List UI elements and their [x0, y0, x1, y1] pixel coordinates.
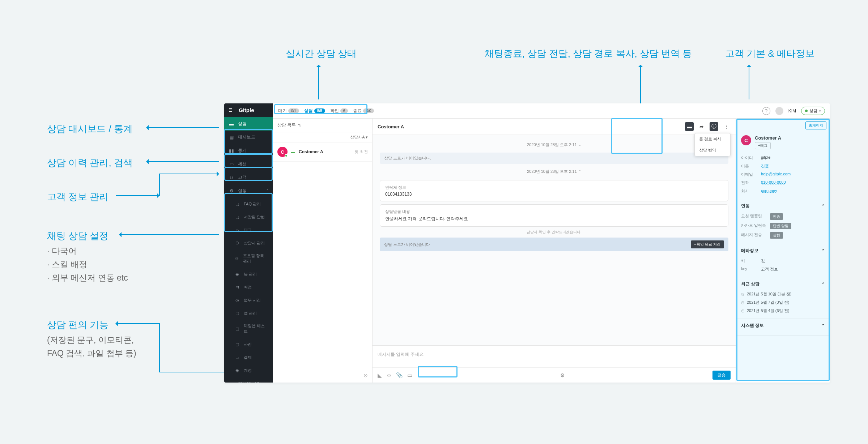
customer-avatar: C	[277, 147, 288, 157]
book-icon[interactable]: ▭	[407, 372, 412, 379]
attach-icon[interactable]: 📎	[396, 372, 403, 379]
forward-button[interactable]: ➦	[697, 122, 706, 131]
conversation-item[interactable]: C ▬ Costomer A 몇 초 전	[273, 142, 372, 162]
arrow-icon	[146, 127, 219, 128]
recent-item[interactable]: ◷2021년 5월 7일 (3일 전)	[741, 298, 825, 307]
send-message-button[interactable]: 실행	[770, 232, 783, 239]
chevron-up-icon[interactable]: ⌃	[821, 323, 825, 328]
message-input[interactable]: 메시지를 입력해 주세요.	[373, 346, 736, 367]
stats-icon: ▮▮	[229, 148, 234, 154]
recent-item[interactable]: ◷2021년 5월 10일 (1분 전)	[741, 290, 825, 298]
chevron-up-icon[interactable]: ⌃	[821, 248, 825, 253]
body: 상담 목록 ⇅ 상담사A ▾ C ▬ Costomer A 몇 초 전 ⊙	[273, 119, 830, 383]
sidebar-item-customer[interactable]: ⚇ 고객	[224, 171, 273, 184]
chevron-up-icon[interactable]: ⌃	[821, 282, 825, 287]
tab-end[interactable]: 종료 0/0	[353, 108, 374, 114]
app-window: ☰ Gitple ▬ 상담 ▦ 대시보드 ▮▮ 통계 ▭ 세션 ⚇ 고객 ⚙ 설…	[224, 103, 830, 383]
sidebar-item-saved[interactable]: ▢ 저장된 답변	[224, 210, 273, 223]
tab-waiting[interactable]: 대기 0/1	[278, 108, 299, 114]
sidebar-item-dashboard[interactable]: ▦ 대시보드	[224, 131, 273, 144]
customer-detail-panel: 홈페이지 C Costomer A +태그 아이디gitple 이름깃플 이메일…	[736, 119, 830, 383]
copy-room-path[interactable]: 룸 경로 복사	[695, 133, 730, 145]
sort-icon[interactable]: ⇅	[298, 123, 301, 127]
hamburger-icon[interactable]: ☰	[229, 108, 235, 113]
sidebar-item-tag[interactable]: ◇ 태그	[224, 223, 273, 236]
send-button[interactable]: 전송	[712, 371, 731, 380]
header: 대기 0/1 상담 5/5 확인 6 종료 0/0 ?	[273, 103, 830, 119]
message-card: 상담받을 내용 안녕하세요 가격 문의드립니다. 연락주세요	[380, 204, 728, 227]
arrow-icon	[116, 195, 159, 196]
bot-icon: ◉	[234, 271, 240, 277]
status-dropdown[interactable]: 상담 ▾	[801, 107, 825, 115]
sidebar-item-faq[interactable]: ▢ FAQ 관리	[224, 197, 273, 210]
sidebar-item-stats[interactable]: ▮▮ 통계	[224, 144, 273, 157]
bookmark-icon[interactable]: ◣	[378, 372, 382, 379]
emoji-icon[interactable]: ☺	[386, 372, 392, 378]
sidebar-item-app-mgmt[interactable]: ▢ 앱 관리	[224, 307, 273, 320]
chat-toolbar: ◣ ☺ 📎 ▭ ⚙ 전송	[373, 367, 736, 383]
chat-title: Costomer A	[378, 124, 404, 129]
folder-icon: ▭	[229, 161, 234, 167]
message-text: 01034133133	[385, 192, 723, 197]
end-chat-button[interactable]: ▬	[685, 122, 694, 131]
recent-item[interactable]: ◷2021년 5월 4일 (6일 전)	[741, 307, 825, 315]
document-icon: ▢	[234, 201, 240, 207]
annotation-convenience: 상담 편의 기능 (저장된 문구, 이모티콘, FAQ 검색, 파일 첨부 등)	[47, 318, 136, 360]
chevron-up-icon[interactable]: ⌃	[821, 204, 825, 209]
sidebar-item-chat[interactable]: ▬ 상담	[224, 117, 273, 131]
tab-chat[interactable]: 상담 5/5	[304, 108, 325, 114]
sidebar-item-assign[interactable]: ⇉ 배정	[224, 281, 273, 294]
user-avatar[interactable]	[775, 107, 783, 115]
sidebar-item-profile-mgmt[interactable]: ⚇ 프로필 항목 관리	[224, 249, 273, 268]
clock-icon: ◷	[234, 297, 240, 303]
more-dropdown: 룸 경로 복사 상담 번역	[694, 133, 731, 156]
chat-input-area: 메시지를 입력해 주세요. ◣ ☺ 📎 ▭ ⚙ 전송	[373, 345, 736, 383]
sidebar-item-bot-mgmt[interactable]: ◉ 봇 관리	[224, 268, 273, 281]
list-settings-icon[interactable]: ⊙	[273, 368, 372, 383]
more-menu-button[interactable]: ⋮	[722, 122, 731, 131]
translate-chat[interactable]: 상담 번역	[695, 145, 730, 156]
sidebar-item-settings[interactable]: ⚙ 설정 ⌃	[224, 184, 273, 197]
add-tag-button[interactable]: +태그	[755, 142, 771, 149]
customer-avatar: C	[741, 135, 751, 145]
arrow-icon	[159, 174, 219, 174]
homepage-button[interactable]: 홈페이지	[805, 121, 826, 129]
send-template-button[interactable]: 전송	[770, 213, 783, 220]
arrow-icon	[119, 234, 219, 235]
sidebar-item-contact[interactable]: ▬ 깃플에 문의	[224, 377, 273, 383]
chat-panel: Costomer A ▬ ➦ ⓘ ⋮ 룸 경로 복사 상담 번역 2020년 1…	[373, 119, 736, 383]
sidebar-item-photo[interactable]: ▢ 사진	[224, 338, 273, 351]
chevron-up-icon: ⌃	[266, 189, 269, 193]
user-icon: ◉	[234, 367, 240, 373]
kakao-notify-button[interactable]: 답변 알림	[770, 223, 791, 229]
sidebar-item-account[interactable]: ◉ 계정	[224, 364, 273, 377]
annotation-chat-settings: 채팅 상담 설정 · 다국어 · 스킬 배정 · 외부 메신저 연동 etc	[47, 229, 128, 285]
help-icon[interactable]: ?	[762, 107, 770, 115]
time-label: 몇 초 전	[355, 149, 368, 154]
contact-icon: ▬	[229, 381, 234, 383]
customer-name: Costomer A	[299, 149, 351, 154]
sidebar-item-agent-mgmt[interactable]: ⚇ 상담사 관리	[224, 236, 273, 249]
logo: Gitple	[239, 107, 254, 113]
customer-fields: 아이디gitple 이름깃플 이메일help@gitple.com 전화010-…	[736, 152, 830, 199]
sidebar-item-chatapp-test[interactable]: ▢ 채팅앱 테스트	[224, 320, 273, 338]
info-button[interactable]: ⓘ	[710, 122, 718, 131]
list-filter-dropdown[interactable]: 상담사A ▾	[273, 132, 372, 142]
gear-icon: ⚙	[229, 188, 234, 194]
message-text: 안녕하세요 가격 문의드립니다. 연락주세요	[385, 216, 723, 222]
tag-icon: ◇	[234, 227, 240, 233]
arrow-icon	[318, 65, 319, 99]
annotation-dashboard: 상담 대시보드 / 통계	[47, 122, 133, 135]
conversation-list: 상담 목록 ⇅ 상담사A ▾ C ▬ Costomer A 몇 초 전 ⊙	[273, 119, 373, 383]
online-indicator-icon	[285, 154, 288, 157]
confirm-complete-button[interactable]: ▪ 확인 완료 처리	[691, 240, 724, 248]
sidebar-item-hours[interactable]: ◷ 업무 시간	[224, 294, 273, 307]
assign-icon: ⇉	[234, 284, 240, 290]
sidebar-item-session[interactable]: ▭ 세션	[224, 157, 273, 171]
test-icon: ▢	[234, 326, 240, 332]
sidebar-item-payment[interactable]: ▭ 결제	[224, 351, 273, 364]
input-settings-icon[interactable]: ⚙	[560, 372, 565, 378]
save-icon: ▢	[234, 214, 240, 220]
integration-section: 연동⌃ 요청 템플릿전송 카카오 알림톡답변 알림 메시지 전송실행	[736, 199, 830, 244]
tab-confirm[interactable]: 확인 6	[330, 108, 348, 114]
